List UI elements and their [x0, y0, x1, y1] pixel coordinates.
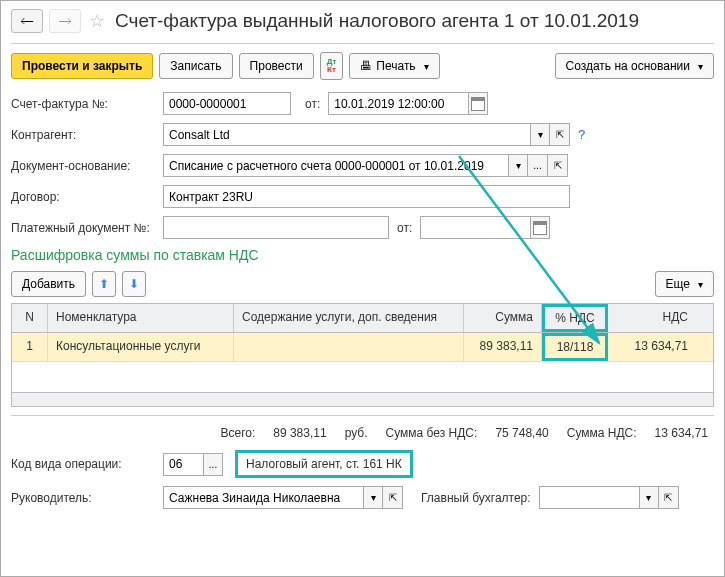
manager-open[interactable]: ⇱	[383, 486, 403, 509]
favorite-star-icon[interactable]: ☆	[87, 11, 107, 31]
open-icon: ⇱	[554, 160, 562, 171]
currency: руб.	[345, 426, 368, 440]
table-blank	[12, 362, 713, 392]
th-sum: Сумма	[464, 304, 542, 332]
table-row[interactable]: 1 Консультационные услуги 89 383,11 18/1…	[12, 333, 713, 362]
cell-sum: 89 383,11	[464, 333, 542, 361]
contract-input[interactable]	[163, 185, 570, 208]
calendar-icon	[533, 221, 547, 235]
payment-doc-label: Платежный документ №:	[11, 221, 155, 235]
total-value: 89 383,11	[273, 426, 326, 440]
nav-back[interactable]: 🡐	[11, 9, 43, 33]
move-up-button[interactable]: ⬆	[92, 271, 116, 297]
cell-nomenclature: Консультационные услуги	[48, 333, 234, 361]
invoice-no-label: Счет-фактура №:	[11, 97, 155, 111]
payment-date-input[interactable]	[420, 216, 530, 239]
manager-label: Руководитель:	[11, 491, 155, 505]
total-label: Всего:	[220, 426, 255, 440]
basis-doc-select[interactable]: ...	[528, 154, 548, 177]
post-button[interactable]: Провести	[239, 53, 314, 79]
contract-label: Договор:	[11, 190, 155, 204]
payment-from-label: от:	[397, 221, 412, 235]
th-nds: НДС	[608, 304, 696, 332]
section-title: Расшифровка суммы по ставкам НДС	[11, 247, 714, 263]
payment-doc-input[interactable]	[163, 216, 389, 239]
from-label: от:	[305, 97, 320, 111]
accountant-label: Главный бухгалтер:	[421, 491, 531, 505]
manager-input[interactable]	[163, 486, 363, 509]
cell-nds: 13 634,71	[608, 333, 696, 361]
dtct-button[interactable]: ДтКт	[320, 52, 344, 80]
cell-vat-pct: 18/118	[542, 333, 608, 361]
th-nomenclature: Номенклатура	[48, 304, 234, 332]
cell-content	[234, 333, 464, 361]
no-vat-value: 75 748,40	[495, 426, 548, 440]
accountant-dropdown[interactable]: ▾	[639, 486, 659, 509]
help-link[interactable]: ?	[578, 127, 585, 142]
counterparty-dropdown[interactable]: ▾	[530, 123, 550, 146]
op-code-select[interactable]: ...	[203, 453, 223, 476]
cell-n: 1	[12, 333, 48, 361]
move-down-button[interactable]: ⬇	[122, 271, 146, 297]
more-button[interactable]: Еще	[655, 271, 714, 297]
nav-forward[interactable]: 🡒	[49, 9, 81, 33]
accountant-open[interactable]: ⇱	[659, 486, 679, 509]
counterparty-input[interactable]	[163, 123, 530, 146]
op-code-input[interactable]	[163, 453, 203, 476]
page-title: Счет-фактура выданный налогового агента …	[115, 10, 639, 32]
totals-row: Всего: 89 383,11 руб. Сумма без НДС: 75 …	[11, 415, 714, 450]
op-code-label: Код вида операции:	[11, 457, 155, 471]
basis-doc-input[interactable]	[163, 154, 508, 177]
create-based-button[interactable]: Создать на основании	[555, 53, 715, 79]
counterparty-label: Контрагент:	[11, 128, 155, 142]
counterparty-open[interactable]: ⇱	[550, 123, 570, 146]
dtct-icon: ДтКт	[327, 58, 337, 74]
th-n: N	[12, 304, 48, 332]
printer-icon: 🖶	[360, 59, 372, 73]
table-footer	[12, 392, 713, 406]
calendar-button[interactable]	[468, 92, 488, 115]
basis-doc-open[interactable]: ⇱	[548, 154, 568, 177]
post-and-close-button[interactable]: Провести и закрыть	[11, 53, 153, 79]
no-vat-label: Сумма без НДС:	[386, 426, 478, 440]
vat-table: N Номенклатура Содержание услуги, доп. с…	[11, 303, 714, 407]
open-icon: ⇱	[664, 492, 672, 503]
op-code-desc: Налоговый агент, ст. 161 НК	[235, 450, 413, 478]
table-header: N Номенклатура Содержание услуги, доп. с…	[12, 304, 713, 333]
th-vat-pct: % НДС	[542, 304, 608, 332]
payment-calendar-button[interactable]	[530, 216, 550, 239]
date-input[interactable]	[328, 92, 468, 115]
vat-value: 13 634,71	[655, 426, 708, 440]
open-icon: ⇱	[556, 129, 564, 140]
accountant-input[interactable]	[539, 486, 639, 509]
basis-doc-label: Документ-основание:	[11, 159, 155, 173]
manager-dropdown[interactable]: ▾	[363, 486, 383, 509]
open-icon: ⇱	[389, 492, 397, 503]
invoice-no-input[interactable]	[163, 92, 291, 115]
save-button[interactable]: Записать	[159, 53, 232, 79]
calendar-icon	[471, 97, 485, 111]
vat-label: Сумма НДС:	[567, 426, 637, 440]
basis-doc-dropdown[interactable]: ▾	[508, 154, 528, 177]
print-button[interactable]: 🖶 Печать	[349, 53, 439, 79]
add-row-button[interactable]: Добавить	[11, 271, 86, 297]
th-content: Содержание услуги, доп. сведения	[234, 304, 464, 332]
